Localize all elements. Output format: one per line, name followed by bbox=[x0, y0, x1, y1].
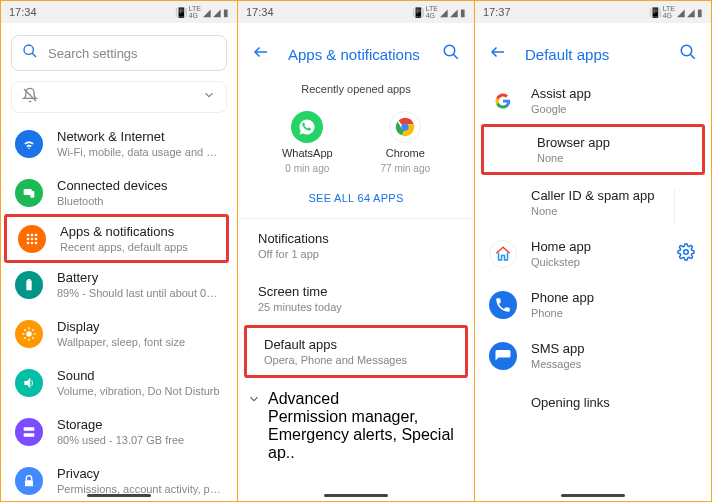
battery-icon: ▮ bbox=[460, 7, 466, 18]
default-app-browser[interactable]: Browser app None bbox=[484, 127, 702, 172]
settings-item-battery[interactable]: Battery89% - Should last until about 05:… bbox=[1, 260, 237, 309]
item-title: Network & Internet bbox=[57, 129, 223, 144]
page-title: Apps & notifications bbox=[288, 46, 424, 63]
item-sub: Recent apps, default apps bbox=[60, 241, 215, 253]
item-title: Battery bbox=[57, 270, 223, 285]
home-icon bbox=[489, 240, 517, 268]
settings-item-sound[interactable]: SoundVolume, vibration, Do Not Disturb bbox=[1, 358, 237, 407]
recent-app-name: Chrome bbox=[386, 147, 425, 159]
svg-line-24 bbox=[32, 329, 33, 330]
recent-app-time: 77 min ago bbox=[381, 163, 430, 174]
battery-icon bbox=[15, 271, 43, 299]
vibrate-icon: 📳 bbox=[175, 7, 187, 18]
back-button[interactable] bbox=[252, 43, 270, 65]
svg-point-37 bbox=[684, 249, 689, 254]
svg-point-5 bbox=[27, 233, 30, 236]
lte-icon: LTE4G bbox=[426, 5, 438, 19]
highlight-default-apps: Default apps Opera, Phone and Messages bbox=[244, 325, 468, 378]
nav-handle[interactable] bbox=[324, 494, 388, 497]
item-sub: 25 minutes today bbox=[258, 301, 454, 313]
phone-icon bbox=[489, 291, 517, 319]
divider bbox=[674, 189, 675, 225]
status-icons: 📳 LTE4G ◢ ◢ ▮ bbox=[412, 5, 466, 19]
svg-point-29 bbox=[444, 45, 455, 56]
status-time: 17:37 bbox=[483, 6, 649, 18]
svg-line-1 bbox=[32, 53, 36, 57]
lte-icon: LTE4G bbox=[189, 5, 201, 19]
item-sub: Quickstep bbox=[531, 256, 591, 268]
settings-item-connected[interactable]: Connected devicesBluetooth bbox=[1, 168, 237, 217]
recent-apps-row: WhatsApp 0 min ago Chrome 77 min ago bbox=[238, 105, 474, 184]
recent-apps-label: Recently opened apps bbox=[238, 75, 474, 105]
page-title: Default apps bbox=[525, 46, 661, 63]
signal-icon: ◢ bbox=[213, 7, 221, 18]
nav-handle[interactable] bbox=[561, 494, 625, 497]
svg-point-11 bbox=[27, 241, 30, 244]
search-icon bbox=[22, 43, 38, 63]
recent-app-whatsapp[interactable]: WhatsApp 0 min ago bbox=[282, 111, 333, 174]
item-sub: Wi-Fi, mobile, data usage and hotspot bbox=[57, 146, 223, 158]
svg-point-8 bbox=[27, 237, 30, 240]
item-title: Privacy bbox=[57, 466, 223, 481]
apps-item-default-apps[interactable]: Default apps Opera, Phone and Messages bbox=[247, 328, 465, 375]
item-title: Browser app bbox=[537, 135, 688, 150]
item-title: Default apps bbox=[264, 337, 448, 352]
settings-item-storage[interactable]: Storage80% used - 13.07 GB free bbox=[1, 407, 237, 456]
apps-item-screen-time[interactable]: Screen time 25 minutes today bbox=[238, 272, 474, 325]
svg-point-13 bbox=[35, 241, 38, 244]
apps-item-advanced[interactable]: Advanced Permission manager, Emergency a… bbox=[238, 378, 474, 474]
search-button[interactable] bbox=[442, 43, 460, 65]
phone-apps-notifications: 17:34 📳 LTE4G ◢ ◢ ▮ Apps & notifications… bbox=[238, 1, 475, 501]
vibrate-icon: 📳 bbox=[649, 7, 661, 18]
devices-icon bbox=[15, 179, 43, 207]
search-button[interactable] bbox=[679, 43, 697, 65]
status-icons: 📳 LTE4G ◢ ◢ ▮ bbox=[649, 5, 703, 19]
item-title: Display bbox=[57, 319, 223, 334]
item-sub: Wallpaper, sleep, font size bbox=[57, 336, 223, 348]
apps-icon bbox=[18, 225, 46, 253]
item-sub: Phone bbox=[531, 307, 594, 319]
recent-app-chrome[interactable]: Chrome 77 min ago bbox=[381, 111, 430, 174]
default-app-caller-id[interactable]: Caller ID & spam app None bbox=[475, 177, 711, 228]
svg-rect-26 bbox=[24, 433, 35, 436]
vibrate-icon: 📳 bbox=[412, 7, 424, 18]
lte-icon: LTE4G bbox=[663, 5, 675, 19]
svg-point-16 bbox=[26, 331, 31, 336]
default-app-assist[interactable]: Assist appGoogle bbox=[475, 75, 711, 126]
messages-icon bbox=[489, 342, 517, 370]
item-sub: Volume, vibration, Do Not Disturb bbox=[57, 385, 223, 397]
chevron-down-icon bbox=[202, 88, 216, 106]
see-all-apps-link[interactable]: SEE ALL 64 APPS bbox=[238, 184, 474, 218]
settings-item-apps[interactable]: Apps & notificationsRecent apps, default… bbox=[7, 217, 226, 260]
settings-item-network[interactable]: Network & InternetWi-Fi, mobile, data us… bbox=[1, 119, 237, 168]
default-app-phone[interactable]: Phone appPhone bbox=[475, 279, 711, 330]
status-time: 17:34 bbox=[9, 6, 175, 18]
item-sub: Opera, Phone and Messages bbox=[264, 354, 448, 366]
battery-icon: ▮ bbox=[697, 7, 703, 18]
search-input[interactable]: Search settings bbox=[11, 35, 227, 71]
volume-icon bbox=[15, 369, 43, 397]
nav-handle[interactable] bbox=[87, 494, 151, 497]
back-button[interactable] bbox=[489, 43, 507, 65]
highlight-apps-notifications: Apps & notificationsRecent apps, default… bbox=[4, 214, 229, 263]
gear-icon[interactable] bbox=[677, 243, 697, 265]
apps-item-notifications[interactable]: Notifications Off for 1 app bbox=[238, 219, 474, 272]
default-app-opening-links[interactable]: Opening links bbox=[475, 381, 711, 421]
item-title: Caller ID & spam app bbox=[531, 188, 697, 203]
signal-icon: ◢ bbox=[203, 7, 211, 18]
svg-line-30 bbox=[453, 54, 458, 59]
item-title: Phone app bbox=[531, 290, 594, 305]
bell-off-icon bbox=[22, 87, 38, 107]
default-app-home[interactable]: Home appQuickstep bbox=[475, 228, 711, 279]
google-icon bbox=[489, 87, 517, 115]
chrome-icon bbox=[389, 111, 421, 143]
lock-icon bbox=[15, 467, 43, 495]
svg-point-10 bbox=[35, 237, 38, 240]
signal-icon: ◢ bbox=[677, 7, 685, 18]
dnd-toggle-row[interactable] bbox=[11, 81, 227, 113]
phone-default-apps: 17:37 📳 LTE4G ◢ ◢ ▮ Default apps bbox=[475, 1, 711, 501]
default-app-sms[interactable]: SMS appMessages bbox=[475, 330, 711, 381]
page-header: Apps & notifications bbox=[238, 31, 474, 75]
highlight-browser-app: Browser app None bbox=[481, 124, 705, 175]
settings-item-display[interactable]: DisplayWallpaper, sleep, font size bbox=[1, 309, 237, 358]
